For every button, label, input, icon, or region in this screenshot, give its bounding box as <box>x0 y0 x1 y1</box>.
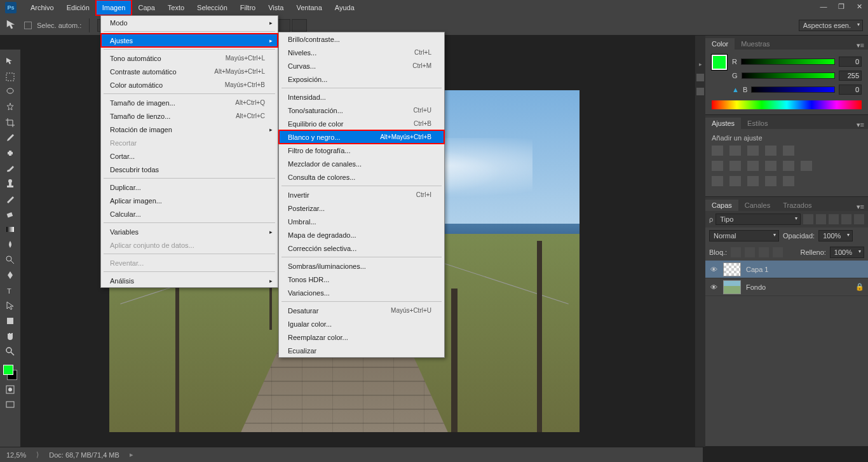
color-swatches[interactable] <box>2 363 18 381</box>
posterize-icon[interactable] <box>729 176 741 186</box>
filter-type-icon[interactable] <box>829 214 839 224</box>
mixer-icon[interactable] <box>783 161 794 171</box>
menuitem-descubrir-todas[interactable]: Descubrir todas <box>101 163 278 176</box>
panel-menu-icon[interactable]: ▾≡ <box>853 41 868 50</box>
autoselect-checkbox[interactable] <box>24 22 32 29</box>
menuitem-ajustes[interactable]: Ajustes <box>101 34 278 47</box>
lock-pixels-icon[interactable] <box>745 247 755 257</box>
lock-all-icon[interactable] <box>773 247 783 257</box>
menu-texto[interactable]: Texto <box>161 0 191 15</box>
status-chevron-icon[interactable]: ⟩ <box>36 451 39 459</box>
eraser-tool[interactable] <box>3 207 18 221</box>
blur-tool[interactable] <box>3 238 18 252</box>
marquee-tool[interactable] <box>3 70 18 84</box>
menuitem-curvas-[interactable]: Curvas...Ctrl+M <box>279 59 444 72</box>
panel-menu-icon[interactable]: ▾≡ <box>853 121 868 129</box>
foreground-swatch[interactable] <box>3 365 13 375</box>
properties-icon[interactable] <box>696 88 704 95</box>
menu-imagen[interactable]: Imagen <box>96 0 132 15</box>
wand-tool[interactable] <box>3 100 18 114</box>
menuitem-tonos-hdr-[interactable]: Tonos HDR... <box>279 273 444 286</box>
visibility-icon[interactable]: 👁 <box>709 283 718 292</box>
menuitem-niveles-[interactable]: Niveles...Ctrl+L <box>279 46 444 59</box>
layer-filter-dropdown[interactable]: Tipo <box>715 214 801 225</box>
quickmask-icon[interactable] <box>3 383 18 397</box>
menuitem-filtro-de-fotograf-a-[interactable]: Filtro de fotografía... <box>279 144 444 157</box>
menuitem-sombras-iluminaciones-[interactable]: Sombras/iluminaciones... <box>279 259 444 273</box>
lock-transparency-icon[interactable] <box>731 247 741 257</box>
zoom-tool[interactable] <box>3 344 18 358</box>
menuitem-consulta-de-colores-[interactable]: Consulta de colores... <box>279 170 444 184</box>
menu-filtro[interactable]: Filtro <box>234 0 262 15</box>
balance-icon[interactable] <box>729 161 741 171</box>
curves-icon[interactable] <box>747 146 759 156</box>
layer-thumbnail[interactable] <box>723 280 741 294</box>
exposure-icon[interactable] <box>765 146 776 156</box>
menu-ventana[interactable]: Ventana <box>290 0 328 15</box>
dodge-tool[interactable] <box>3 253 18 267</box>
selective-icon[interactable] <box>783 176 794 186</box>
layer-thumbnail[interactable] <box>723 262 741 276</box>
r-slider[interactable] <box>741 58 835 65</box>
bw-icon[interactable] <box>747 161 759 171</box>
lookup-icon[interactable] <box>801 161 812 171</box>
menuitem-tama-o-de-imagen-[interactable]: Tamaño de imagen...Alt+Ctrl+Q <box>101 96 278 109</box>
tab-capas[interactable]: Capas <box>705 200 738 211</box>
menuitem-variaciones-[interactable]: Variaciones... <box>279 286 444 299</box>
menuitem-intensidad-[interactable]: Intensidad... <box>279 90 444 104</box>
panel-menu-icon[interactable]: ▾≡ <box>853 203 868 211</box>
tab-estilos[interactable]: Estilos <box>741 118 774 129</box>
filter-smart-icon[interactable] <box>854 214 864 224</box>
minimize-button[interactable]: — <box>815 0 832 13</box>
photofilter-icon[interactable] <box>765 161 776 171</box>
pen-tool[interactable] <box>3 268 18 282</box>
menuitem-ecualizar[interactable]: Ecualizar <box>279 344 444 357</box>
eyedropper-tool[interactable] <box>3 131 18 145</box>
expand-arrow-icon[interactable]: ▸ <box>699 61 702 67</box>
menuitem-mezclador-de-canales-[interactable]: Mezclador de canales... <box>279 157 444 170</box>
menuitem-mapa-de-degradado-[interactable]: Mapa de degradado... <box>279 228 444 241</box>
crop-tool[interactable] <box>3 116 18 130</box>
menuitem-reemplazar-color-[interactable]: Reemplazar color... <box>279 330 444 344</box>
menu-capa[interactable]: Capa <box>132 0 161 15</box>
invert-icon[interactable] <box>712 176 723 186</box>
layer-row[interactable]: 👁Fondo🔒 <box>705 278 868 296</box>
menuitem-tono-autom-tico[interactable]: Tono automáticoMayús+Ctrl+L <box>101 51 278 65</box>
tab-color[interactable]: Color <box>705 38 735 50</box>
type-tool[interactable]: T <box>3 283 18 297</box>
status-chevron-icon[interactable]: ▸ <box>130 451 133 459</box>
menuitem-tama-o-de-lienzo-[interactable]: Tamaño de lienzo...Alt+Ctrl+C <box>101 109 278 123</box>
menuitem-equilibrio-de-color[interactable]: Equilibrio de colorCtrl+B <box>279 117 444 130</box>
menuitem-posterizar-[interactable]: Posterizar... <box>279 201 444 215</box>
heal-tool[interactable] <box>3 146 18 160</box>
zoom-level[interactable]: 12,5% <box>6 451 26 459</box>
foreground-color[interactable] <box>712 55 727 70</box>
move-tool[interactable] <box>3 55 18 69</box>
maximize-button[interactable]: ❐ <box>832 0 850 13</box>
history-icon[interactable] <box>696 74 704 81</box>
close-button[interactable]: ✕ <box>850 0 868 13</box>
vibrance-icon[interactable] <box>783 146 794 156</box>
visibility-icon[interactable]: 👁 <box>709 265 718 274</box>
menuitem-umbral-[interactable]: Umbral... <box>279 215 444 228</box>
lasso-tool[interactable] <box>3 85 18 99</box>
menuitem-desaturar[interactable]: DesaturarMayús+Ctrl+U <box>279 304 444 317</box>
blend-mode-dropdown[interactable]: Normal <box>709 230 779 241</box>
tab-muestras[interactable]: Muestras <box>735 38 776 50</box>
arrange-button[interactable] <box>292 19 307 32</box>
history-brush-tool[interactable] <box>3 192 18 206</box>
brightness-icon[interactable] <box>712 146 723 156</box>
tab-trazados[interactable]: Trazados <box>776 200 818 211</box>
menuitem-exposici-n-[interactable]: Exposición... <box>279 72 444 86</box>
g-value[interactable]: 255 <box>839 71 862 81</box>
menu-selección[interactable]: Selección <box>191 0 234 15</box>
filter-shape-icon[interactable] <box>841 214 851 224</box>
b-value[interactable]: 0 <box>839 85 862 95</box>
hue-icon[interactable] <box>712 161 723 171</box>
menu-vista[interactable]: Vista <box>262 0 290 15</box>
threshold-icon[interactable] <box>747 176 759 186</box>
g-slider[interactable] <box>742 72 835 79</box>
screenmode-icon[interactable] <box>3 398 18 412</box>
layer-row[interactable]: 👁Capa 1 <box>705 261 868 278</box>
menuitem-tono-saturaci-n-[interactable]: Tono/saturación...Ctrl+U <box>279 104 444 117</box>
